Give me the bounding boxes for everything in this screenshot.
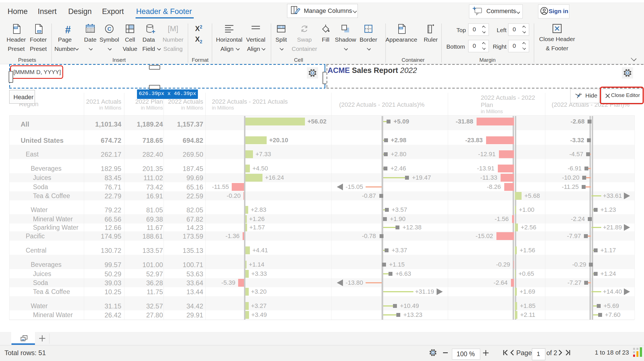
svg-text:C: C: [107, 26, 111, 32]
